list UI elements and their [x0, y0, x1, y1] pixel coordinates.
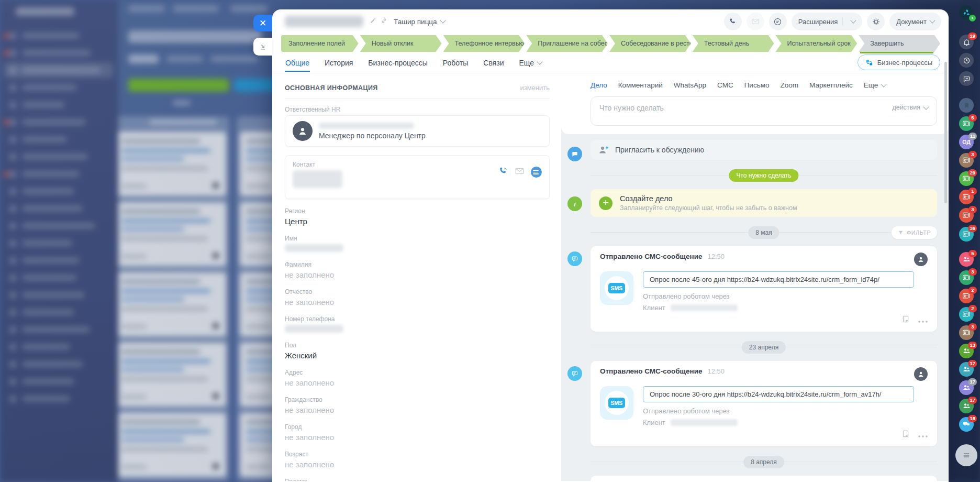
avatar [293, 121, 313, 141]
panel-scrollbar[interactable] [944, 62, 947, 203]
contact-mail-icon[interactable] [515, 166, 525, 178]
more-actions-icon[interactable] [918, 430, 928, 440]
pipeline-stage[interactable]: Новый отклик [360, 35, 442, 52]
contact-openline-icon[interactable] [531, 167, 542, 178]
create-todo-suggestion[interactable]: + Создайте дело Запланируйте следующий ш… [591, 189, 937, 217]
pipeline-stage[interactable]: Собеседование в ресторане [609, 35, 691, 52]
collapse-panel-button[interactable] [253, 38, 272, 56]
rail-item-people[interactable]: 17 [959, 380, 974, 395]
pipeline-stage[interactable]: Заполнение полей [281, 35, 359, 52]
section-title: ОСНОВНАЯ ИНФОРМАЦИЯ [285, 84, 378, 92]
field-value: не заполнено [285, 433, 550, 442]
rail-item-bookmark[interactable] [959, 98, 974, 113]
detail-tab[interactable]: Роботы [442, 53, 469, 72]
pipeline-stage[interactable]: Приглашение на собеседова... [526, 35, 608, 52]
email-button[interactable] [747, 13, 764, 30]
avatar [914, 367, 928, 381]
business-process-icon [865, 59, 873, 67]
todo-input[interactable]: Что нужно сделать действия [591, 96, 937, 126]
field-label: Номер телефона [285, 315, 550, 323]
business-process-button[interactable]: Бизнес-процессы [858, 54, 940, 70]
suggestion-title: Создайте дело [620, 194, 797, 203]
rail-item-contact-card[interactable]: 3 [959, 325, 974, 340]
pipeline-stage[interactable]: Завершить [859, 35, 940, 52]
filter-button[interactable]: ФИЛЬТР [892, 226, 937, 239]
rail-item-people[interactable]: 5 [959, 252, 974, 267]
rail-item-contact-card[interactable]: 36 [959, 227, 974, 242]
document-dropdown[interactable]: Документ [889, 13, 941, 30]
background-sidebar [0, 0, 118, 482]
rail-item-contact-card[interactable]: 2 [959, 289, 974, 303]
activity-tab[interactable]: СМС [717, 81, 733, 89]
info-timeline-icon: i [567, 196, 582, 211]
sms-client-label: Клиент [643, 419, 665, 426]
crm-detail-panel: ✕ Ташир пицца Расширения Д [272, 9, 949, 482]
detail-tab[interactable]: Еще [519, 53, 543, 72]
rail-item-contact-card[interactable]: 1 [959, 190, 974, 204]
funnel-icon [898, 230, 904, 236]
timeline-feed: 8 маяФИЛЬТР Отправлено СМС-сообщение 12:… [561, 226, 949, 481]
rail-item-contact-card[interactable]: 3 [959, 270, 974, 285]
plus-icon[interactable]: + [599, 196, 612, 210]
rail-item-chats[interactable]: 18 [959, 417, 974, 432]
activity-tab[interactable]: Маркетплейс [809, 81, 853, 89]
more-actions-icon[interactable] [918, 315, 928, 325]
edit-title-icon[interactable] [370, 17, 376, 26]
contact-call-icon[interactable] [498, 166, 508, 178]
settings-button[interactable] [867, 13, 885, 30]
field-value-redacted [285, 325, 343, 333]
rail-menu-button[interactable] [955, 444, 977, 466]
current-stage-indicator [860, 52, 933, 53]
close-button[interactable]: ✕ [253, 15, 272, 31]
activity-tab[interactable]: Комментарий [618, 81, 663, 89]
activity-tab[interactable]: Письмо [744, 81, 770, 89]
activity-tab[interactable]: Еще [864, 81, 886, 89]
rail-item-people[interactable]: 17 [959, 362, 974, 377]
edit-section-link[interactable]: изменить [520, 84, 550, 92]
rail-item-people[interactable]: 13 [959, 344, 974, 358]
sms-message-card[interactable]: Отправлено СМС-сообщение 12:50 SMS Опрос… [591, 246, 937, 332]
detail-tab[interactable]: Связи [483, 53, 504, 72]
activity-tab[interactable]: WhatsApp [674, 81, 706, 89]
field-value: Женский [285, 351, 550, 360]
activity-tab[interactable]: Zoom [780, 81, 798, 89]
detail-tab[interactable]: Бизнес-процессы [368, 53, 428, 72]
detail-tab[interactable]: История [324, 53, 353, 72]
actions-dropdown[interactable]: действия [892, 104, 928, 111]
call-button[interactable] [724, 13, 742, 30]
chat-history-icon [773, 17, 782, 26]
rail-item-contact-card[interactable]: 5 [959, 116, 974, 131]
sms-message-card[interactable]: Отправлено СМС-сообщение 12:50 SMS Опрос… [591, 361, 937, 446]
rail-item-people[interactable]: 17 [959, 399, 974, 413]
todo-quick-badge[interactable]: Что нужно сделать [729, 169, 798, 182]
chevron-down-icon [440, 17, 446, 23]
detail-tab[interactable]: Общие [285, 53, 310, 72]
responsible-card[interactable]: Менеджер по персоналу Центр [285, 115, 550, 147]
chat-button[interactable] [769, 13, 787, 30]
rail-item-bitrix24-logo[interactable] [959, 5, 974, 20]
invite-to-discussion[interactable]: Пригласить к обсуждению [591, 140, 937, 160]
pipeline-stage[interactable]: Тестовый день [693, 35, 774, 52]
pipeline-stage[interactable]: Телефонное интервью [443, 35, 525, 52]
pipeline-stage[interactable]: Испытательный срок [776, 35, 858, 52]
notification-badge: 29 [968, 169, 977, 177]
activity-tab[interactable]: Дело [591, 81, 607, 89]
rail-item-contact-card[interactable]: 3 [959, 208, 974, 223]
rail-item-contact-card[interactable]: 3 [959, 153, 974, 168]
note-icon[interactable] [901, 430, 910, 440]
rail-item-bell[interactable]: 19 [959, 35, 974, 49]
extensions-dropdown[interactable]: Расширения [792, 13, 863, 30]
copy-link-icon[interactable] [381, 17, 387, 26]
rail-item-clock[interactable] [959, 53, 974, 68]
rail-item-contact-card[interactable]: 29 [959, 171, 974, 186]
rail-item-chat-history[interactable] [959, 71, 974, 86]
rail-item-od-label[interactable]: ОД11 [959, 135, 974, 149]
rail-item-contact-card[interactable]: 2 [959, 307, 974, 322]
field-value: Центр [285, 217, 550, 226]
note-icon[interactable] [901, 315, 910, 325]
pipeline-selector[interactable]: Ташир пицца [394, 18, 445, 26]
avatar [914, 253, 928, 266]
field-value: не заполнено [285, 270, 550, 279]
sms-message-card[interactable]: Отправлено СМС-сообщение 12:50 SMS Опрос… [591, 476, 937, 481]
contact-card[interactable]: Контакт [285, 155, 550, 199]
